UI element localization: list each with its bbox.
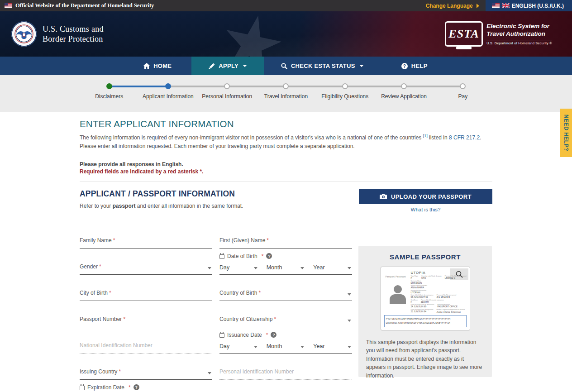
chevron-down-icon <box>360 65 363 67</box>
english-note: Please provide all responses in English. <box>80 161 492 168</box>
chevron-down-icon <box>243 65 247 67</box>
camera-icon <box>380 194 387 199</box>
step-review-application[interactable]: Review Application <box>374 83 433 100</box>
nav-apply[interactable]: APPLY <box>191 57 264 75</box>
home-icon <box>143 63 150 69</box>
step-travel-information[interactable]: Travel Information <box>257 83 315 100</box>
passport-photo-silhouette <box>388 285 407 311</box>
issuance-year-select[interactable]: Year <box>313 343 352 349</box>
step-dot <box>401 83 407 89</box>
site-notice-text: Official Website of the Department of Ho… <box>15 2 154 9</box>
help-icon[interactable]: ? <box>271 332 276 338</box>
us-flag-icon <box>492 3 500 8</box>
section-divider <box>80 182 492 182</box>
language-selector[interactable]: ENGLISH (U.S./U.K.) <box>486 0 572 11</box>
nav-home[interactable]: HOME <box>124 57 191 75</box>
chevron-down-icon <box>300 267 304 269</box>
section-subtitle: Refer to your passport and enter all inf… <box>80 203 243 209</box>
country-of-citizenship-select[interactable]: Country of Citizenship* <box>219 315 352 327</box>
what-is-this-link[interactable]: What is this? <box>359 207 492 212</box>
site-header: U.S. Customs and Border Protection ESTA … <box>0 11 572 57</box>
chevron-down-icon <box>348 267 351 269</box>
change-language-link[interactable]: Change Language <box>426 3 479 9</box>
issuance-date-group: Issuance Date* ? Day Month Year <box>219 332 352 354</box>
chevron-down-icon <box>348 346 351 348</box>
cfr-link[interactable]: 8 CFR 217.2 <box>449 134 480 141</box>
personal-id-field: Personal Identification Number <box>219 367 352 380</box>
language-label: ENGLISH (U.S./U.K.) <box>512 3 564 9</box>
step-applicant-information[interactable]: Applicant Information <box>138 83 197 100</box>
calendar-icon <box>219 333 224 338</box>
chevron-down-icon <box>254 346 257 348</box>
step-dot <box>283 83 289 89</box>
application-progress: Disclaimers Applicant Information Person… <box>0 75 572 112</box>
uk-flag-icon <box>502 3 510 8</box>
section-title: APPLICANT / PASSPORT INFORMATION <box>80 189 243 199</box>
nav-check-esta-status[interactable]: CHECK ESTA STATUS <box>264 57 381 75</box>
family-name-field[interactable]: Family Name* <box>80 236 212 249</box>
step-pay[interactable]: Pay <box>434 83 492 100</box>
required-fields-note: Required fields are indicated by a red a… <box>80 168 492 176</box>
us-flag-icon <box>5 3 12 8</box>
question-icon: ? <box>401 63 408 69</box>
esta-logo: ESTA Electronic System for Travel Author… <box>445 21 552 47</box>
passport-mrz: P<UTOERIKSSON<<ANNA<MARIA<<<<<<<<<<<<<<<… <box>384 315 467 327</box>
government-topbar: Official Website of the Department of Ho… <box>0 0 572 11</box>
step-disclaimers[interactable]: Disclaimers <box>80 83 138 100</box>
dob-month-select[interactable]: Month <box>267 264 305 271</box>
expiration-date-group: Expiration Date* ? Day Month Year <box>80 384 212 392</box>
first-name-field[interactable]: First (Given) Name* <box>219 236 352 249</box>
passport-data: UTOPIA Type/TypeP Country code/Code du p… <box>411 271 467 313</box>
sample-passport-title: SAMPLE PASSPORT <box>366 253 484 261</box>
esta-application-page: Official Website of the Department of Ho… <box>0 0 572 392</box>
city-of-birth-field[interactable]: City of Birth* <box>80 288 212 301</box>
site-notice: Official Website of the Department of Ho… <box>5 2 154 9</box>
passport-side-label: Passport/ Passeport <box>386 275 406 279</box>
sample-passport-panel: SAMPLE PASSPORT Passport/ Passeport UTOP… <box>358 246 492 377</box>
chevron-down-icon <box>348 293 351 296</box>
sample-passport-description: This sample passport displays the inform… <box>366 338 484 380</box>
esta-monitor-icon: ESTA <box>445 21 483 47</box>
agency-name: U.S. Customs and Border Protection <box>43 24 104 44</box>
help-icon[interactable]: ? <box>266 253 272 259</box>
passport-form: Family Name* First (Given) Name* Gender* <box>80 222 352 392</box>
date-of-birth-group: Date of Birth* ? Day Month Year <box>219 253 352 275</box>
national-id-field: National Identification Number <box>80 341 212 354</box>
cbp-brand[interactable]: U.S. Customs and Border Protection <box>11 21 104 47</box>
dob-year-select[interactable]: Year <box>313 264 352 271</box>
search-icon <box>281 63 287 69</box>
dhs-seal-icon <box>11 21 37 47</box>
pencil-icon <box>209 63 215 69</box>
passport-number-field[interactable]: Passport Number* <box>80 315 212 327</box>
footnote-link[interactable]: [1] <box>423 134 428 138</box>
need-help-tab[interactable]: NEED HELP? <box>560 109 572 157</box>
main-navigation: HOME APPLY CHECK ESTA STATUS ? HELP <box>0 57 572 75</box>
sample-passport-image[interactable]: Passport/ Passeport UTOPIA Type/TypeP Co… <box>381 267 470 330</box>
chevron-down-icon <box>300 346 304 348</box>
calendar-icon <box>219 254 224 259</box>
step-eligibility-questions[interactable]: Eligibility Questions <box>315 83 374 100</box>
step-dot <box>342 83 348 89</box>
svg-text:?: ? <box>403 63 406 68</box>
nav-help[interactable]: ? HELP <box>381 57 448 75</box>
intro-paragraph: The following information is required of… <box>80 133 492 151</box>
upload-passport-button[interactable]: UPLOAD YOUR PASSPORT <box>359 189 492 204</box>
country-of-birth-select[interactable]: Country of Birth* <box>219 288 352 301</box>
help-icon[interactable]: ? <box>133 384 139 390</box>
chevron-down-icon <box>348 320 351 322</box>
dob-day-select[interactable]: Day <box>219 264 258 271</box>
issuing-country-select[interactable]: Issuing Country* <box>80 367 212 380</box>
step-dot-complete <box>106 83 112 89</box>
issuance-day-select[interactable]: Day <box>219 343 258 349</box>
arrow-right-icon <box>477 4 479 8</box>
step-dot-current <box>165 83 171 89</box>
calendar-icon <box>80 386 85 390</box>
step-dot <box>460 83 466 89</box>
chevron-down-icon <box>254 267 257 269</box>
step-personal-information[interactable]: Personal Information <box>198 83 257 100</box>
page-title: ENTER APPLICANT INFORMATION <box>80 119 492 129</box>
chevron-down-icon <box>208 372 211 374</box>
issuance-month-select[interactable]: Month <box>267 343 305 349</box>
chevron-down-icon <box>208 267 211 269</box>
gender-select[interactable]: Gender* <box>80 262 212 275</box>
